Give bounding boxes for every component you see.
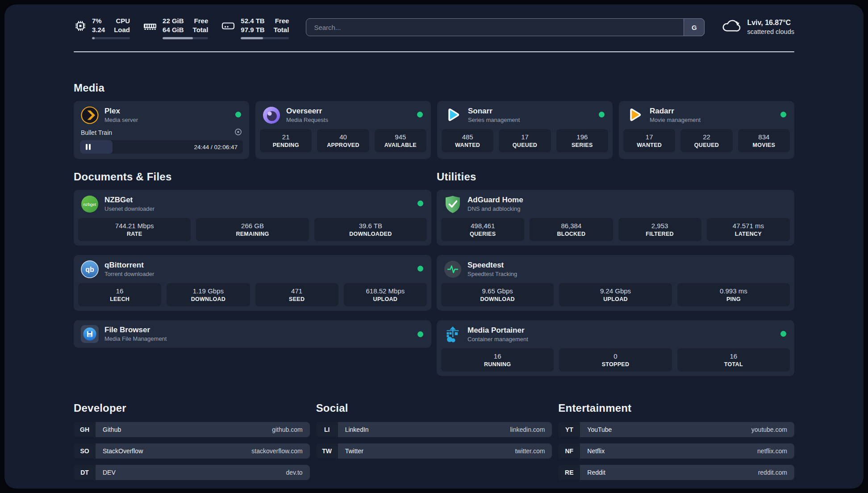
search-bar: G (306, 18, 705, 36)
service-name: Speedtest (467, 261, 517, 270)
stat-tile: 744.21 Mbps RATE (78, 218, 191, 241)
bookmark-abbr: DT (74, 465, 96, 480)
bookmark-reddit[interactable]: RE Reddit reddit.com (558, 465, 794, 480)
stat-tile: 47.571 ms LATENCY (707, 218, 790, 241)
bookmark-name: Github (103, 426, 121, 433)
service-name: Overseerr (286, 107, 328, 116)
memory-values: 22 GiB 64 GiB (163, 17, 184, 34)
stat-tile: 16 TOTAL (677, 348, 790, 372)
sonarr-card[interactable]: Sonarr Series management 485 WANTED 17 Q… (437, 101, 613, 159)
search-engine-button[interactable]: G (684, 18, 705, 36)
bookmark-dev[interactable]: DT DEV dev.to (74, 465, 310, 480)
svg-text:qb: qb (85, 266, 94, 273)
weather-location-temp: Lviv, 16.87°C (747, 18, 794, 28)
disk-labels: Free Total (274, 17, 289, 34)
search-input[interactable] (306, 18, 705, 36)
bookmark-abbr: LI (316, 422, 338, 437)
status-dot (417, 201, 423, 206)
qbittorrent-card[interactable]: qb qBittorrent Torrent downloader 16 (74, 255, 431, 311)
portainer-card[interactable]: Media Portainer Container management 16 … (437, 320, 794, 376)
stat-tile: 834 MOVIES (738, 129, 790, 152)
service-description: Media Requests (286, 117, 328, 123)
filebrowser-card[interactable]: File Browser Media File Management (74, 320, 431, 348)
stat-tile: 498,461 QUERIES (441, 218, 524, 241)
stat-tile: 86,384 BLOCKED (530, 218, 613, 241)
bookmark-name: DEV (103, 469, 116, 476)
qbittorrent-icon: qb (81, 260, 99, 278)
bookmark-abbr: YT (558, 422, 580, 437)
bookmark-url: reddit.com (758, 469, 787, 476)
stat-tile: 22 QUEUED (680, 129, 732, 152)
status-dot (235, 112, 241, 117)
media-card-row: Plex Media server Bullet Train (74, 101, 794, 159)
svg-text:nzbget: nzbget (83, 201, 96, 206)
nzbget-card[interactable]: nzbget NZBGet Usenet downloader 744. (74, 190, 431, 246)
bookmark-abbr: GH (74, 422, 96, 437)
bookmark-twitter[interactable]: TW Twitter twitter.com (316, 443, 552, 459)
service-name: File Browser (104, 326, 167, 334)
status-dot (599, 112, 605, 117)
bookmark-group-entertainment: Entertainment YT YouTube youtube.com NF … (558, 402, 794, 480)
bookmark-name: LinkedIn (345, 426, 369, 433)
speedtest-icon (444, 260, 462, 278)
stat-tile: 17 WANTED (623, 129, 675, 152)
status-dot (417, 112, 423, 117)
disc-icon[interactable] (234, 128, 242, 137)
bookmark-url: github.com (272, 426, 302, 433)
stat-tile: 16 LEECH (78, 283, 161, 306)
memory-labels: Free Total (193, 17, 209, 34)
stat-tile: 266 GB REMAINING (196, 218, 309, 241)
stat-tile: 21 PENDING (260, 129, 312, 152)
disk-widget: 52.4 TB 97.9 TB Free Total (221, 17, 289, 39)
speedtest-card[interactable]: Speedtest Speedtest Tracking 9.65 Gbps D… (437, 255, 794, 311)
stat-tile: 2,953 FILTERED (618, 218, 701, 241)
bookmark-url: netflix.com (757, 447, 787, 455)
stat-tile: 0.993 ms PING (677, 283, 790, 306)
memory-widget: 22 GiB 64 GiB Free Total (142, 17, 208, 39)
status-dot (780, 112, 786, 117)
bookmark-url: youtube.com (751, 426, 787, 433)
service-name: Sonarr (468, 107, 520, 116)
overseerr-card[interactable]: Overseerr Media Requests 21 PENDING 40 A… (255, 101, 431, 159)
adguard-card[interactable]: AdGuard Home DNS and adblocking 498,461 … (437, 190, 794, 246)
bookmark-youtube[interactable]: YT YouTube youtube.com (558, 422, 794, 437)
playback-progress-bar[interactable]: 24:44 / 02:06:47 (80, 140, 243, 154)
status-dot (780, 331, 786, 337)
service-name: Radarr (650, 107, 701, 116)
service-name: NZBGet (104, 196, 154, 205)
bookmark-url: linkedin.com (510, 426, 545, 433)
header-bar: 7% 3.24 CPU Load (74, 17, 794, 39)
service-description: Speedtest Tracking (467, 271, 517, 277)
cpu-values: 7% 3.24 (92, 17, 105, 34)
portainer-icon (444, 326, 462, 343)
bookmark-github[interactable]: GH Github github.com (74, 422, 310, 437)
stat-tile: 0 STOPPED (559, 348, 672, 372)
service-name: Plex (104, 107, 138, 116)
bookmark-name: Netflix (587, 447, 605, 455)
service-description: Media server (104, 117, 138, 123)
cpu-labels: CPU Load (114, 17, 130, 34)
stat-tile: 9.24 Gbps UPLOAD (559, 283, 672, 306)
service-description: Series management (468, 117, 520, 123)
bookmark-abbr: NF (558, 443, 580, 459)
bookmark-netflix[interactable]: NF Netflix netflix.com (558, 443, 794, 459)
header-divider (74, 51, 794, 52)
bookmark-abbr: SO (74, 443, 96, 459)
bookmark-group-developer: Developer GH Github github.com SO StackO… (74, 402, 310, 480)
radarr-card[interactable]: Radarr Movie management 17 WANTED 22 QUE… (619, 101, 794, 159)
bookmark-url: stackoverflow.com (251, 447, 302, 455)
plex-card[interactable]: Plex Media server Bullet Train (74, 101, 249, 159)
service-description: Torrent downloader (104, 271, 154, 277)
stat-tile: 16 RUNNING (441, 348, 554, 372)
cloud-icon (721, 18, 741, 36)
disk-values: 52.4 TB 97.9 TB (241, 17, 264, 34)
stat-tile: 945 AVAILABLE (375, 129, 426, 152)
bookmark-linkedin[interactable]: LI LinkedIn linkedin.com (316, 422, 552, 437)
plex-icon (81, 106, 99, 124)
section-title-social: Social (316, 402, 552, 414)
bookmark-abbr: TW (316, 443, 338, 459)
pause-button[interactable] (86, 144, 91, 150)
disk-icon (221, 17, 236, 39)
bookmark-stackoverflow[interactable]: SO StackOverflow stackoverflow.com (74, 443, 310, 459)
memory-icon (142, 17, 158, 39)
